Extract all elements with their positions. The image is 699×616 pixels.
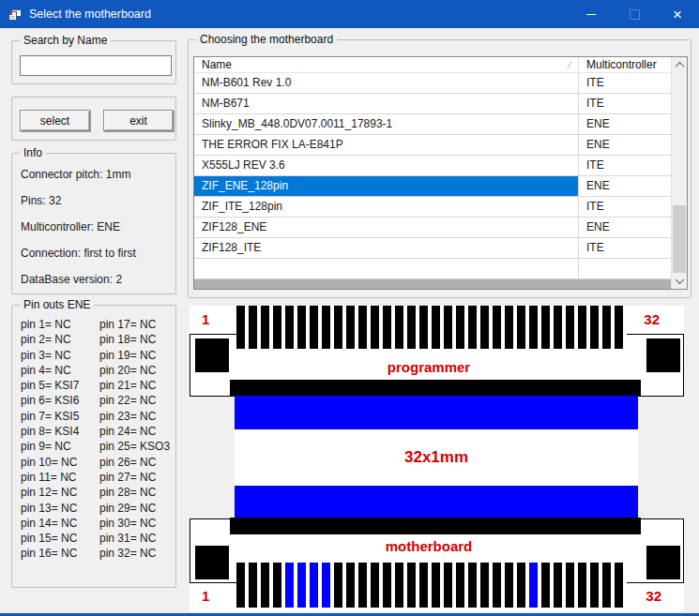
- table-row[interactable]: NM-B601 Rev 1.0ITE: [194, 73, 671, 94]
- programmer-pins: [236, 306, 627, 349]
- pinout-item: pin 27= NC: [99, 470, 178, 485]
- pinout-column-right: pin 17= NCpin 18= NCpin 19= NCpin 20= NC…: [99, 317, 178, 562]
- pinout-column-left: pin 1= NCpin 2= NCpin 3= NCpin 4= NCpin …: [21, 317, 99, 562]
- search-group: Search by Name: [11, 40, 176, 84]
- cell-name[interactable]: ZIF128_ITE: [194, 238, 579, 259]
- column-header-name[interactable]: Name∕: [194, 57, 579, 72]
- pin-bar-9: [334, 306, 342, 349]
- pinout-item: pin 12= NC: [21, 485, 99, 500]
- cell-multicontroller[interactable]: ENE: [579, 218, 671, 238]
- table-row[interactable]: ZIF128_ENEENE: [194, 218, 671, 238]
- column-header-multicontroller[interactable]: Multicontroller: [579, 57, 671, 72]
- table-row[interactable]: NM-B671ITE: [194, 94, 671, 114]
- cell-name[interactable]: ZIF128_ENE: [194, 218, 579, 238]
- list-header: Name∕ Multicontroller: [194, 57, 671, 73]
- motherboard-group-label: Choosing the motherboard: [196, 33, 337, 46]
- cell-name[interactable]: ZIF_ITE_128pin: [194, 197, 579, 218]
- app-icon: [8, 7, 23, 22]
- info-line: Connection: first to first: [21, 246, 172, 272]
- pin-bar-18: [444, 563, 452, 608]
- pinout-item: pin 16= NC: [21, 546, 99, 561]
- select-button[interactable]: select: [20, 110, 90, 131]
- pinout-item: pin 4= NC: [21, 363, 99, 378]
- pin-bar-2: [249, 306, 257, 349]
- pin-bar-28: [566, 563, 574, 608]
- table-row[interactable]: ZIF_ITE_128pinITE: [194, 197, 671, 218]
- pinout-item: pin 7= KSI5: [21, 409, 99, 424]
- pin-bar-27: [554, 563, 562, 608]
- pin-bar-4: [273, 306, 281, 349]
- cell-multicontroller: [579, 259, 671, 279]
- window-title: Select the motherboard: [29, 8, 151, 21]
- pin-bar-1: [236, 306, 245, 349]
- scroll-down-button[interactable]: [672, 273, 687, 289]
- cell-name[interactable]: NM-B601 Rev 1.0: [194, 73, 579, 94]
- scrollbar-thumb[interactable]: [673, 205, 686, 273]
- close-icon: ×: [673, 7, 682, 23]
- table-row[interactable]: ZIF128_ITEITE: [194, 238, 671, 259]
- pin-bar-6: [297, 563, 306, 608]
- cell-multicontroller[interactable]: ENE: [579, 176, 671, 197]
- pin-bar-24: [517, 306, 525, 349]
- pinout-item: pin 5= KSI7: [21, 378, 99, 393]
- pinout-item: pin 13= NC: [21, 501, 99, 516]
- pin-bar-18: [444, 306, 452, 349]
- scroll-up-button[interactable]: [672, 57, 687, 73]
- titlebar: Select the motherboard ×: [0, 0, 699, 28]
- search-input[interactable]: [20, 55, 172, 76]
- pin-bar-27: [554, 306, 562, 349]
- cable-lower-band: [235, 486, 638, 518]
- cell-multicontroller[interactable]: ITE: [579, 238, 671, 259]
- pinout-item: pin 15= NC: [21, 531, 99, 546]
- table-row[interactable]: X555LJ REV 3.6ITE: [194, 156, 671, 176]
- pin-bar-11: [358, 306, 367, 349]
- pinout-item: pin 18= NC: [99, 332, 178, 347]
- info-group: Info Connector pitch: 1mmPins: 32Multico…: [11, 153, 176, 294]
- pin-bar-29: [578, 563, 586, 608]
- cell-name[interactable]: Slinky_MB_448.0DV07.0011_17893-1: [194, 114, 579, 135]
- pin-bar-21: [480, 563, 489, 608]
- cell-name[interactable]: ZIF_ENE_128pin: [194, 176, 579, 197]
- pin-bar-2: [249, 563, 257, 608]
- cell-multicontroller[interactable]: ITE: [579, 94, 671, 114]
- pin-bar-23: [505, 306, 513, 349]
- pin-bar-26: [541, 563, 550, 608]
- pinout-item: pin 31= NC: [99, 531, 178, 546]
- cell-multicontroller[interactable]: ITE: [579, 156, 671, 176]
- horizontal-scrollbar[interactable]: [194, 279, 671, 289]
- cell-name[interactable]: X555LJ REV 3.6: [194, 156, 579, 176]
- pin-bar-29: [578, 306, 586, 349]
- pinout-item: pin 22= NC: [99, 393, 178, 408]
- pinout-item: pin 14= NC: [21, 516, 99, 531]
- pinouts-group-label: Pin outs ENE: [20, 298, 94, 311]
- pin-bar-32: [615, 306, 623, 349]
- cell-multicontroller[interactable]: ITE: [579, 197, 671, 218]
- cell-name[interactable]: NM-B671: [194, 94, 579, 114]
- pin-bar-21: [480, 306, 489, 349]
- table-row[interactable]: ZIF_ENE_128pinENE: [194, 176, 671, 197]
- pin-bar-11: [358, 563, 367, 608]
- exit-button[interactable]: exit: [103, 110, 174, 131]
- pinout-item: pin 6= KSI6: [21, 393, 99, 408]
- minimize-button[interactable]: [570, 0, 613, 28]
- pin-bar-22: [493, 306, 501, 349]
- cell-multicontroller[interactable]: ITE: [579, 73, 671, 94]
- vertical-scrollbar[interactable]: [671, 57, 687, 289]
- pin-bar-20: [468, 563, 477, 608]
- pin-bar-23: [505, 563, 513, 608]
- pin-bar-31: [602, 306, 611, 349]
- sort-indicator-icon: ∕: [569, 58, 570, 73]
- cell-multicontroller[interactable]: ENE: [579, 135, 671, 156]
- pinout-item: pin 1= NC: [21, 317, 99, 332]
- table-row[interactable]: THE ERROR FIX LA-E841PENE: [194, 135, 671, 156]
- pin-bar-16: [419, 563, 428, 608]
- window: Select the motherboard × Search by Name …: [0, 0, 699, 616]
- cell-name[interactable]: THE ERROR FIX LA-E841P: [194, 135, 579, 156]
- cell-multicontroller[interactable]: ENE: [579, 114, 671, 135]
- pin-bar-4: [273, 563, 281, 608]
- table-row[interactable]: Slinky_MB_448.0DV07.0011_17893-1ENE: [194, 114, 671, 135]
- pin-bar-6: [297, 306, 306, 349]
- close-button[interactable]: ×: [656, 0, 699, 28]
- pin-bar-19: [456, 306, 464, 349]
- pin-bar-5: [285, 563, 294, 608]
